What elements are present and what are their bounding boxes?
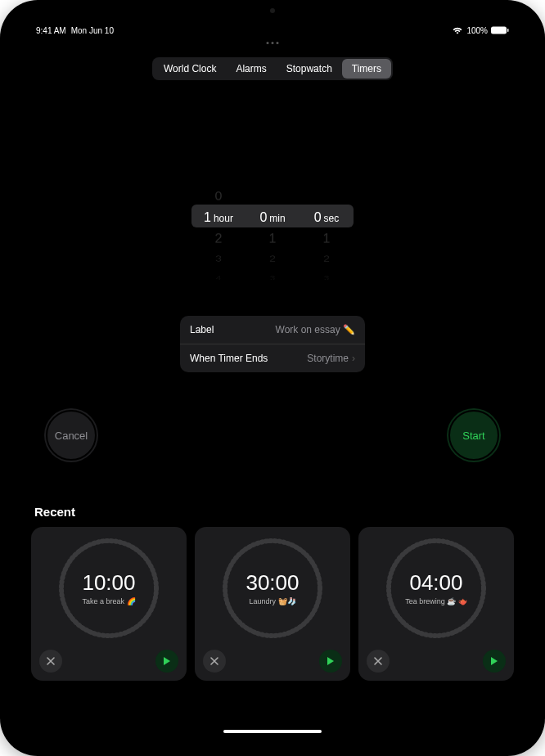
chevron-right-icon: › [352,353,355,364]
home-indicator[interactable] [223,730,322,733]
picker-hour-value: 1 [204,206,211,229]
screen: 9:41 AM Mon Jun 10 100% World Clock Alar… [18,18,527,738]
label-title: Label [190,324,214,335]
wifi-icon [452,26,463,34]
status-left: 9:41 AM Mon Jun 10 [36,26,114,35]
tab-stopwatch[interactable]: Stopwatch [277,59,342,79]
timer-dial: 30:00 Laundry 🧺🧦 [221,537,324,640]
duration-picker[interactable]: 0 1 hour 2 3 4 0 min 1 2 3 0 sec 1 [18,187,527,277]
picker-sec-value: 0 [314,206,322,229]
status-bar: 9:41 AM Mon Jun 10 100% [18,18,527,38]
play-icon [327,656,335,666]
svg-rect-1 [507,29,509,32]
timer-action-row: Cancel Start [18,408,527,462]
timer-settings: Label Work on essay ✏️ When Timer Ends S… [180,316,365,372]
timer-dial: 04:00 Tea brewing ☕️ 🫖 [385,537,488,640]
status-time: 9:41 AM [36,26,66,35]
label-value: Work on essay ✏️ [276,324,355,335]
timer-dial: 10:00 Take a break 🌈 [57,537,160,640]
ends-value: Storytime [307,353,349,364]
timer-time: 30:00 [245,570,299,596]
play-timer-button[interactable] [319,650,342,673]
play-timer-button[interactable] [155,650,178,673]
recent-grid: 10:00 Take a break 🌈 [31,527,514,681]
multitask-dots-icon[interactable] [267,42,279,44]
picker-sec-unit: sec [324,207,340,230]
status-right: 100% [452,26,509,35]
battery-percent: 100% [466,26,488,35]
timer-time: 04:00 [409,570,462,596]
ends-title: When Timer Ends [190,353,268,364]
recent-timer-card[interactable]: 30:00 Laundry 🧺🧦 [195,527,350,681]
recent-title: Recent [31,505,514,519]
status-date: Mon Jun 10 [71,26,114,35]
close-icon [46,656,56,666]
timer-label: Tea brewing ☕️ 🫖 [405,597,467,606]
cancel-button[interactable]: Cancel [44,408,98,462]
picker-hours[interactable]: 0 1 hour 2 3 4 [191,187,245,277]
recent-section: Recent 10:00 Take a break 🌈 [18,505,527,681]
close-icon [373,656,383,666]
tab-alarms[interactable]: Alarms [226,59,276,79]
picker-min-unit: min [269,207,285,230]
ipad-frame: 9:41 AM Mon Jun 10 100% World Clock Alar… [0,0,545,756]
camera-dot [270,8,275,13]
play-timer-button[interactable] [483,650,506,673]
svg-rect-0 [491,27,507,34]
tab-world-clock[interactable]: World Clock [154,59,226,79]
nav-tabs: World Clock Alarms Stopwatch Timers [152,57,393,80]
tab-timers[interactable]: Timers [342,59,391,79]
recent-timer-card[interactable]: 10:00 Take a break 🌈 [31,527,187,681]
play-icon [490,656,498,666]
play-icon [163,656,171,666]
picker-hour-above: 0 [214,188,223,205]
battery-icon [491,26,509,34]
recent-timer-card[interactable]: 04:00 Tea brewing ☕️ 🫖 [358,527,514,681]
remove-timer-button[interactable] [203,650,226,673]
timer-label: Laundry 🧺🧦 [249,597,295,606]
picker-seconds[interactable]: 0 sec 1 2 3 [300,187,354,277]
start-button[interactable]: Start [447,408,501,462]
picker-minutes[interactable]: 0 min 1 2 3 [245,187,300,277]
remove-timer-button[interactable] [367,650,390,673]
picker-hour-unit: hour [214,207,233,230]
picker-min-value: 0 [259,206,267,229]
close-icon [209,656,219,666]
remove-timer-button[interactable] [39,650,62,673]
timer-time: 10:00 [82,570,135,596]
timer-label: Take a break 🌈 [82,597,135,606]
when-timer-ends-row[interactable]: When Timer Ends Storytime › [180,344,365,372]
label-row[interactable]: Label Work on essay ✏️ [180,316,365,344]
